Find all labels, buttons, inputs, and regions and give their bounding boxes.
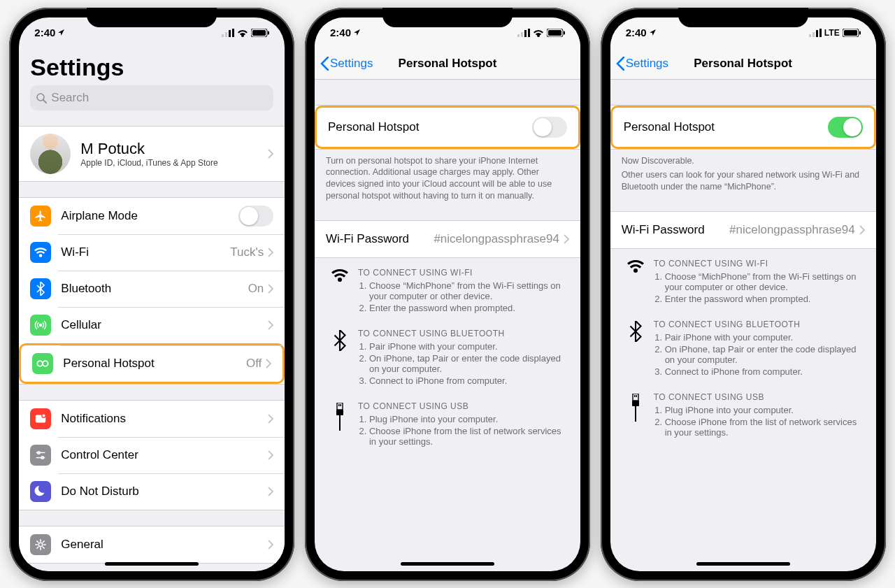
svg-rect-40 — [636, 395, 637, 397]
row-label: Notifications — [61, 412, 268, 426]
search-input[interactable]: Search — [30, 85, 273, 110]
settings-row-personal-hotspot[interactable]: Personal Hotspot Off — [19, 343, 285, 384]
svg-rect-5 — [252, 30, 266, 36]
instructions-title: TO CONNECT USING USB — [358, 401, 569, 411]
instructions-title: TO CONNECT USING BLUETOOTH — [654, 320, 865, 329]
profile-subtitle: Apple ID, iCloud, iTunes & App Store — [80, 158, 217, 168]
hotspot-icon — [32, 353, 53, 374]
svg-rect-27 — [338, 404, 340, 406]
footer-text-info: Other users can look for your shared net… — [610, 169, 876, 196]
svg-rect-19 — [517, 34, 520, 37]
svg-point-9 — [39, 323, 43, 327]
wifi-icon — [622, 259, 650, 306]
usb-icon — [622, 392, 650, 439]
row-value: On — [248, 282, 264, 296]
home-indicator[interactable] — [696, 562, 790, 566]
control-center-icon — [30, 445, 51, 466]
svg-point-10 — [38, 361, 43, 366]
instruction-step: Connect to iPhone from computer. — [369, 375, 569, 386]
instruction-step: Choose “MichPhone” from the Wi-Fi settin… — [369, 280, 569, 301]
airplane-icon — [30, 206, 51, 227]
svg-rect-34 — [819, 29, 822, 37]
search-icon — [36, 92, 47, 103]
instruction-step: Connect to iPhone from computer. — [665, 366, 865, 377]
row-label: Wi-Fi — [61, 245, 230, 259]
cellular-signal-icon — [517, 29, 530, 37]
instructions-title: TO CONNECT USING WI-FI — [358, 268, 569, 278]
phone-frame-3: 2:40 LTE Settings Personal Hotspot Perso… — [601, 8, 886, 581]
lte-indicator: LTE — [824, 28, 840, 38]
back-label: Settings — [626, 57, 668, 71]
svg-rect-36 — [844, 30, 857, 36]
instruction-step: Choose “MichPhone” from the Wi-Fi settin… — [665, 271, 865, 292]
page-title: Settings — [19, 48, 285, 85]
status-time: 2:40 — [330, 27, 351, 38]
wifi-icon — [533, 29, 544, 37]
row-label: Wi-Fi Password — [622, 223, 729, 237]
settings-row-control-center[interactable]: Control Center — [19, 437, 285, 473]
row-label: Wi-Fi Password — [326, 232, 434, 246]
wifi-password-row[interactable]: Wi-Fi Password #nicelongpassphrase94 — [610, 212, 876, 248]
svg-line-8 — [43, 100, 46, 103]
nav-bar: Settings Personal Hotspot — [610, 48, 876, 80]
notch — [678, 8, 808, 27]
instruction-step: Choose iPhone from the list of network s… — [665, 417, 865, 438]
wifi-icon — [326, 268, 354, 315]
back-button[interactable]: Settings — [320, 57, 373, 71]
nav-title: Personal Hotspot — [399, 57, 497, 71]
chevron-left-icon — [320, 57, 329, 71]
row-value: Off — [246, 357, 262, 371]
settings-row-wifi[interactable]: Wi-Fi Tuck's — [19, 234, 285, 271]
location-icon — [57, 29, 65, 36]
bluetooth-icon — [326, 329, 354, 387]
chevron-right-icon — [268, 414, 273, 424]
airplane-mode-toggle[interactable] — [238, 206, 273, 227]
notifications-icon — [30, 408, 51, 429]
settings-row-cellular[interactable]: Cellular — [19, 307, 285, 343]
svg-rect-3 — [232, 29, 234, 37]
personal-hotspot-toggle[interactable] — [828, 117, 863, 138]
chevron-right-icon — [268, 149, 273, 159]
nav-bar: Settings Personal Hotspot — [315, 48, 580, 80]
back-button[interactable]: Settings — [616, 57, 668, 71]
instructions-wifi: TO CONNECT USING WI-FI Choose “MichPhone… — [315, 258, 580, 319]
cellular-signal-icon — [222, 29, 234, 37]
svg-rect-28 — [340, 404, 341, 406]
svg-rect-39 — [634, 395, 636, 397]
instructions-bluetooth: TO CONNECT USING BLUETOOTH Pair iPhone w… — [610, 310, 876, 382]
instruction-step: On iPhone, tap Pair or enter the code di… — [369, 353, 569, 374]
home-indicator[interactable] — [105, 562, 199, 566]
home-indicator[interactable] — [401, 562, 494, 566]
dnd-icon — [30, 481, 51, 502]
instructions-title: TO CONNECT USING WI-FI — [654, 259, 865, 268]
avatar — [30, 134, 71, 174]
instruction-step: Pair iPhone with your computer. — [369, 341, 569, 352]
apple-id-row[interactable]: M Potuck Apple ID, iCloud, iTunes & App … — [19, 127, 285, 181]
chevron-right-icon — [268, 320, 273, 330]
chevron-right-icon — [266, 359, 271, 368]
row-label: Cellular — [61, 318, 268, 332]
svg-rect-22 — [528, 29, 530, 37]
personal-hotspot-toggle-row[interactable]: Personal Hotspot — [610, 106, 876, 149]
svg-rect-32 — [812, 32, 815, 37]
row-label: General — [61, 538, 268, 552]
svg-rect-31 — [809, 34, 811, 37]
row-label: Personal Hotspot — [63, 357, 246, 371]
settings-row-general[interactable]: General — [19, 526, 285, 563]
personal-hotspot-toggle-row[interactable]: Personal Hotspot — [315, 106, 580, 149]
settings-row-bluetooth[interactable]: Bluetooth On — [19, 271, 285, 307]
settings-row-do-not-disturb[interactable]: Do Not Disturb — [19, 473, 285, 510]
notch — [87, 8, 217, 27]
row-label: Personal Hotspot — [328, 120, 532, 134]
chevron-right-icon — [268, 248, 273, 257]
wifi-password-row[interactable]: Wi-Fi Password #nicelongpassphrase94 — [315, 221, 580, 257]
personal-hotspot-toggle[interactable] — [532, 117, 567, 138]
chevron-right-icon — [268, 450, 273, 460]
svg-rect-25 — [564, 31, 565, 34]
settings-row-airplane-mode[interactable]: Airplane Mode — [19, 198, 285, 234]
row-label: Do Not Disturb — [61, 485, 268, 499]
notch — [382, 8, 513, 27]
settings-row-notifications[interactable]: Notifications — [19, 401, 285, 437]
cellular-signal-icon — [809, 29, 822, 37]
instruction-step: On iPhone, tap Pair or enter the code di… — [665, 344, 865, 365]
